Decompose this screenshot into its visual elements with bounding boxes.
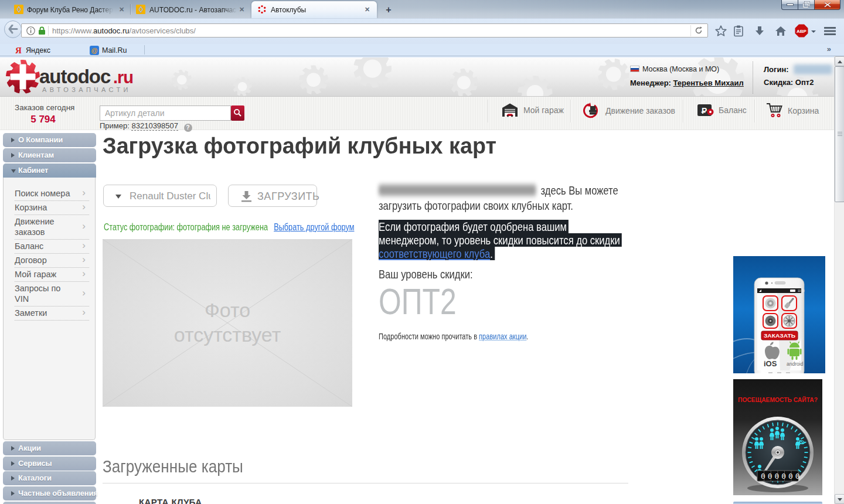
chevron-right-icon: ›	[82, 240, 86, 251]
selected-line: соответствующего клуба.	[379, 247, 495, 260]
window-close-button[interactable]	[814, 0, 840, 10]
manager-link[interactable]: Терентьев Михаил	[673, 79, 744, 87]
download-icon	[240, 190, 253, 202]
menu-hamburger-icon[interactable]	[823, 25, 837, 38]
discount-level-label: Ваш уровень скидки:	[379, 267, 638, 281]
window-minimize-button[interactable]	[781, 0, 798, 10]
bookmark-yandex[interactable]: Я Яндекс	[15, 45, 50, 55]
submenu-item-label: Поиск номера	[15, 189, 70, 198]
scrollbar-up-button[interactable]	[835, 56, 844, 66]
tab-autodoc-main[interactable]: AUTODOC.ru - Автозапчаст ✕	[131, 1, 249, 18]
garage-icon	[501, 103, 519, 118]
upload-button[interactable]: ЗАГРУЗИТЬ	[228, 185, 317, 207]
promo-rules-link[interactable]: правилах акции	[479, 332, 526, 341]
club-select-dropdown[interactable]: Renault Duster Club	[103, 185, 217, 207]
back-button[interactable]	[4, 21, 22, 38]
new-tab-button[interactable]: +	[381, 5, 396, 15]
tab-close-icon[interactable]: ✕	[118, 6, 125, 13]
downloads-icon[interactable]	[753, 25, 766, 38]
url-bar[interactable]: https://www.autodoc.ru/avtoservices/club…	[21, 23, 708, 38]
manager-label: Менеджер:	[630, 79, 671, 87]
submenu-item-vin-requests[interactable]: Запросы по VIN›	[15, 282, 89, 307]
next-banner-partial	[733, 502, 822, 504]
bookmarks-clipboard-icon[interactable]	[732, 25, 745, 38]
bookmark-label: Яндекс	[26, 46, 50, 55]
sidebar-item-clients[interactable]: Клиентам	[3, 148, 96, 162]
expand-arrow-icon	[11, 153, 15, 158]
site-traffic-banner[interactable]: ПОСЕЩАЕМОСТЬ САЙТА?	[733, 379, 822, 495]
photo-status-text: Статус фотографии: фотография не загруже…	[104, 222, 268, 233]
service-cart[interactable]: Корзина	[766, 103, 819, 118]
tab-close-icon[interactable]: ✕	[238, 6, 246, 13]
scrollbar-thumb[interactable]	[835, 66, 844, 202]
order-button-label[interactable]: ЗАКАЗАТЬ	[764, 332, 795, 339]
svg-text:АВТОЗАПЧАСТИ: АВТОЗАПЧАСТИ	[42, 86, 131, 93]
status-line: Статус фотографии: фотография не загруже…	[104, 222, 354, 233]
phone-clock: 10:39	[798, 290, 805, 292]
submenu-item-order-movement[interactable]: Движение заказов›	[15, 215, 89, 240]
submenu-item-contract[interactable]: Договор›	[15, 254, 89, 268]
service-balance[interactable]: P Баланс	[696, 103, 747, 118]
scrollbar-down-button[interactable]	[835, 494, 844, 504]
tab-forum[interactable]: Форум Клуба Рено Дастер ✕	[12, 1, 130, 18]
home-icon[interactable]	[774, 25, 787, 38]
renault-favicon	[14, 5, 23, 14]
bookmarks-overflow-chevron[interactable]: »	[827, 45, 831, 53]
submenu-item-my-garage[interactable]: Мой гараж›	[15, 268, 89, 282]
submenu-item-balance[interactable]: Баланс›	[15, 240, 89, 254]
sidebar-item-private-ads[interactable]: Частные объявления	[3, 486, 96, 500]
sidebar-item-promotions[interactable]: Акции	[3, 441, 96, 455]
service-order-movement[interactable]: Движение заказов	[583, 103, 675, 119]
expand-arrow-icon	[11, 446, 15, 451]
window-restore-button[interactable]	[798, 0, 814, 10]
tab-close-icon[interactable]: ✕	[363, 6, 371, 13]
selected-tail: .	[490, 247, 493, 260]
reload-button[interactable]	[690, 25, 706, 36]
orders-today-label: Заказов сегодня	[15, 103, 74, 112]
tab-title: AUTODOC.ru - Автозапчаст	[149, 6, 239, 14]
submenu-item-notes[interactable]: Заметки›	[15, 307, 89, 321]
submenu-item-part-search[interactable]: Поиск номера›	[15, 187, 89, 201]
selected-line: менеджером, то уровень скидки повысится …	[379, 233, 622, 247]
sidebar-item-cabinet[interactable]: Кабинет	[3, 164, 96, 178]
part-number-input[interactable]	[100, 105, 231, 121]
site-header: autodoc .ru АВТОЗАПЧАСТИ Москва (Москва …	[0, 56, 834, 97]
page-info-icon[interactable]	[26, 26, 35, 35]
bookmark-star-icon[interactable]	[714, 25, 727, 38]
tab-autoclubs-active[interactable]: Автоклубы ✕	[251, 1, 377, 18]
example-number-link[interactable]: 83210398507	[131, 121, 178, 131]
header-separator	[753, 62, 753, 94]
mobile-app-banner[interactable]: 10:39 ЗАКАЗАТЬ	[733, 256, 825, 373]
service-my-garage[interactable]: Мой гараж	[501, 103, 564, 118]
sidebar-item-catalogs[interactable]: Каталоги	[3, 471, 96, 485]
sidebar-item-partial[interactable]	[3, 502, 96, 504]
orders-today-count: 5 794	[15, 114, 72, 125]
sidebar-item-services[interactable]: Сервисы	[3, 457, 96, 471]
adblock-plus-icon[interactable]: ABP	[794, 23, 809, 38]
url-scheme: https://www.	[52, 26, 93, 35]
selected-paragraph: Если фотография будет одобрена вашим мен…	[379, 220, 638, 260]
discount-level-value: ОПТ2	[379, 284, 638, 318]
service-label: Мой гараж	[523, 105, 564, 115]
upload-button-label: ЗАГРУЗИТЬ	[257, 190, 319, 203]
region-selector[interactable]: Москва (Москва и МО)	[630, 65, 719, 73]
details-prefix: Подробности можно прочитать в	[379, 332, 479, 341]
club-discount-link[interactable]: соответствующего клуба	[379, 247, 490, 260]
abp-dropdown-caret[interactable]	[811, 30, 816, 33]
change-forum-link[interactable]: Выбрать другой форум	[274, 222, 354, 233]
bookmark-mailru[interactable]: @ Mail.Ru	[90, 45, 127, 55]
search-button[interactable]	[231, 105, 244, 121]
submenu-item-label: Мой гараж	[15, 270, 56, 279]
example-label: Пример:	[100, 121, 130, 130]
url-text[interactable]: https://www.autodoc.ru/avtoservices/club…	[52, 26, 196, 35]
help-question-icon[interactable]: ?	[184, 124, 192, 132]
autodoc-logo[interactable]: autodoc .ru АВТОЗАПЧАСТИ	[6, 59, 141, 96]
search-band: Заказов сегодня 5 794 Пример: 8321039850…	[0, 97, 834, 130]
submenu-item-cart[interactable]: Корзина›	[15, 201, 89, 215]
https-lock-icon[interactable]	[38, 26, 46, 35]
browser-scrollbar[interactable]	[834, 56, 844, 504]
sidebar-item-about[interactable]: О Компании	[3, 133, 96, 147]
traffic-banner-title: ПОСЕЩАЕМОСТЬ САЙТА?	[738, 396, 818, 403]
region-city: Москва (Москва и МО)	[642, 65, 719, 73]
club-select-value: Renault Duster Club	[130, 190, 210, 202]
